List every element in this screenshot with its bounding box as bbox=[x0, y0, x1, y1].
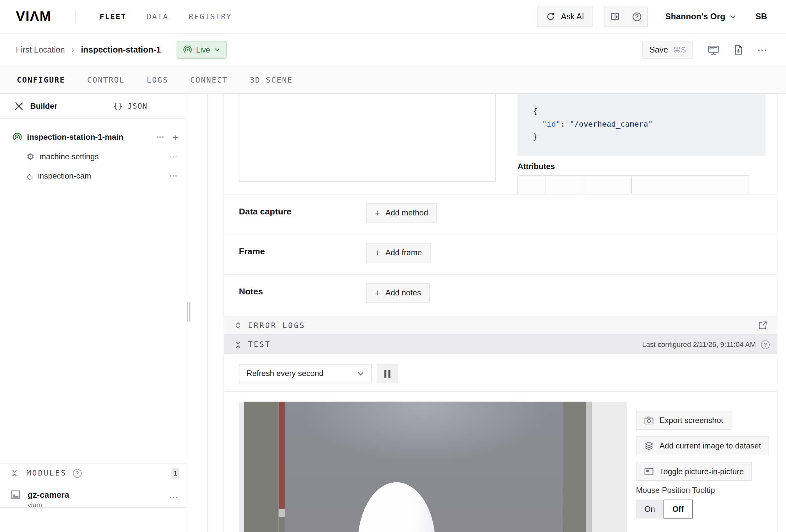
add-notes-button[interactable]: + Add notes bbox=[366, 283, 430, 303]
nav-fleet[interactable]: FLEET bbox=[99, 12, 126, 21]
modules-count-badge: 1 bbox=[171, 468, 179, 479]
camera-feed-image bbox=[239, 402, 627, 532]
module-name: gz-camera bbox=[27, 490, 69, 500]
ask-ai-button[interactable]: Ask AI bbox=[538, 6, 593, 27]
camera-sphere-object bbox=[358, 482, 435, 532]
chevron-down-icon bbox=[730, 15, 736, 19]
open-external-icon[interactable] bbox=[758, 321, 768, 330]
org-switcher[interactable]: Shannon's Org bbox=[665, 12, 736, 22]
machine-tabs: CONFIGURE CONTROL LOGS CONNECT 3D SCENE bbox=[0, 66, 786, 94]
toggle-pip-button[interactable]: Toggle picture-in-picture bbox=[636, 462, 752, 481]
plus-icon: + bbox=[375, 208, 380, 218]
notes-section: Notes + Add notes bbox=[224, 275, 777, 316]
breadcrumb-location[interactable]: First Location bbox=[16, 45, 65, 54]
history-report-icon[interactable] bbox=[734, 44, 743, 55]
tab-configure[interactable]: CONFIGURE bbox=[17, 75, 65, 85]
modules-header: MODULES ? 1 bbox=[0, 463, 186, 483]
code-value: "/overhead_camera" bbox=[570, 119, 652, 129]
picture-in-picture-icon bbox=[644, 467, 654, 476]
machine-main-menu-icon[interactable]: ••• bbox=[156, 135, 165, 140]
dataset-layers-icon bbox=[644, 441, 654, 451]
collapse-icon[interactable] bbox=[11, 469, 18, 477]
config-sidebar: Builder {} JSON inspection-station- bbox=[0, 94, 186, 532]
live-status-badge[interactable]: Live bbox=[177, 41, 226, 59]
add-frame-button[interactable]: + Add frame bbox=[366, 243, 431, 262]
code-key: "id" bbox=[542, 119, 560, 129]
attributes-table-cell bbox=[546, 176, 582, 194]
data-capture-section: Data capture + Add method bbox=[224, 194, 777, 234]
add-component-icon[interactable]: + bbox=[172, 132, 178, 142]
json-braces-icon: {} bbox=[113, 101, 122, 111]
ai-sparkle-icon bbox=[546, 12, 556, 22]
camera-icon bbox=[644, 416, 654, 425]
component-preview-box bbox=[239, 94, 495, 182]
collapse-icon[interactable] bbox=[234, 340, 242, 349]
attributes-heading: Attributes bbox=[517, 162, 765, 171]
pause-refresh-button[interactable] bbox=[377, 364, 398, 383]
error-logs-bar[interactable]: ERROR LOGS bbox=[224, 316, 777, 334]
breadcrumb-separator: › bbox=[71, 45, 74, 54]
json-mode-label[interactable]: JSON bbox=[128, 102, 147, 110]
gear-icon: ⚙ bbox=[26, 152, 34, 162]
live-signal-icon bbox=[183, 45, 192, 54]
refresh-rate-select[interactable]: Refresh every second bbox=[239, 364, 372, 383]
last-configured-text: Last configured 2/11/26, 9:11:04 AM bbox=[642, 341, 756, 349]
attributes-table-cell bbox=[632, 176, 749, 194]
help-icon[interactable] bbox=[626, 7, 648, 26]
component-top-section: { "id": "/overhead_camera" } Attributes bbox=[224, 94, 777, 194]
pause-icon bbox=[388, 370, 390, 377]
inspection-cam-menu-icon[interactable]: ••• bbox=[169, 174, 178, 179]
attributes-table bbox=[517, 175, 749, 194]
component-diamond-icon: ◇ bbox=[26, 171, 33, 181]
save-button[interactable]: Save ⌘S bbox=[642, 41, 693, 59]
machine-monitor-icon[interactable] bbox=[708, 45, 719, 55]
test-bar[interactable]: TEST Last configured 2/11/26, 9:11:04 AM… bbox=[224, 335, 777, 354]
module-icon bbox=[11, 490, 21, 509]
frame-heading: Frame bbox=[239, 247, 265, 257]
viam-logo[interactable]: VIΛM bbox=[16, 9, 51, 24]
tooltip-on-button[interactable]: On bbox=[636, 500, 663, 518]
module-row-gz-camera[interactable]: gz-camera viam ••• bbox=[0, 483, 186, 509]
tree-item-inspection-cam[interactable]: ◇ inspection-cam ••• bbox=[0, 167, 186, 185]
error-logs-label: ERROR LOGS bbox=[248, 321, 305, 329]
machine-signal-icon bbox=[13, 133, 22, 142]
tooltip-toggle: On Off bbox=[636, 500, 693, 518]
tab-connect[interactable]: CONNECT bbox=[190, 75, 228, 85]
tree-item-machine-main[interactable]: inspection-station-1-main ••• + bbox=[0, 129, 186, 146]
camera-scene bbox=[285, 402, 563, 532]
data-capture-heading: Data capture bbox=[239, 207, 292, 217]
test-help-icon[interactable]: ? bbox=[761, 340, 770, 349]
more-actions-icon[interactable]: ••• bbox=[758, 47, 768, 53]
tab-3d-scene[interactable]: 3D SCENE bbox=[250, 75, 293, 85]
avatar[interactable]: SB bbox=[755, 12, 767, 22]
add-method-button[interactable]: + Add method bbox=[366, 203, 437, 222]
breadcrumb-machine-name: inspection-station-1 bbox=[81, 45, 161, 55]
divider bbox=[75, 10, 76, 23]
expand-icon[interactable] bbox=[234, 321, 242, 330]
machine-settings-menu-icon[interactable]: ••• bbox=[169, 154, 178, 159]
notes-heading: Notes bbox=[239, 287, 263, 297]
tab-logs[interactable]: LOGS bbox=[147, 75, 168, 85]
divider bbox=[0, 507, 186, 508]
tab-control[interactable]: CONTROL bbox=[87, 75, 125, 85]
nav-data[interactable]: DATA bbox=[147, 12, 168, 21]
docs-book-icon[interactable] bbox=[604, 7, 626, 26]
module-menu-icon[interactable]: ••• bbox=[170, 495, 179, 500]
sidebar-resize-handle[interactable] bbox=[187, 302, 190, 322]
modules-help-icon[interactable]: ? bbox=[73, 469, 82, 478]
test-label: TEST bbox=[248, 341, 271, 349]
pause-icon bbox=[384, 370, 386, 377]
builder-mode-label[interactable]: Builder bbox=[30, 101, 57, 111]
add-to-dataset-button[interactable]: Add current image to dataset bbox=[636, 436, 769, 455]
chevron-down-icon bbox=[214, 48, 220, 51]
divider bbox=[224, 391, 777, 392]
chevron-down-icon bbox=[357, 371, 364, 376]
code-editor[interactable]: { "id": "/overhead_camera" } bbox=[517, 94, 765, 156]
export-screenshot-button[interactable]: Export screenshot bbox=[636, 411, 731, 430]
save-shortcut: ⌘S bbox=[673, 45, 686, 54]
tree-item-machine-settings[interactable]: ⚙ machine settings ••• bbox=[0, 148, 186, 165]
machine-header-row: First Location › inspection-station-1 Li… bbox=[0, 33, 786, 66]
tooltip-off-button[interactable]: Off bbox=[664, 500, 693, 518]
nav-registry[interactable]: REGISTRY bbox=[189, 12, 232, 21]
primary-nav: FLEET DATA REGISTRY bbox=[99, 12, 232, 21]
